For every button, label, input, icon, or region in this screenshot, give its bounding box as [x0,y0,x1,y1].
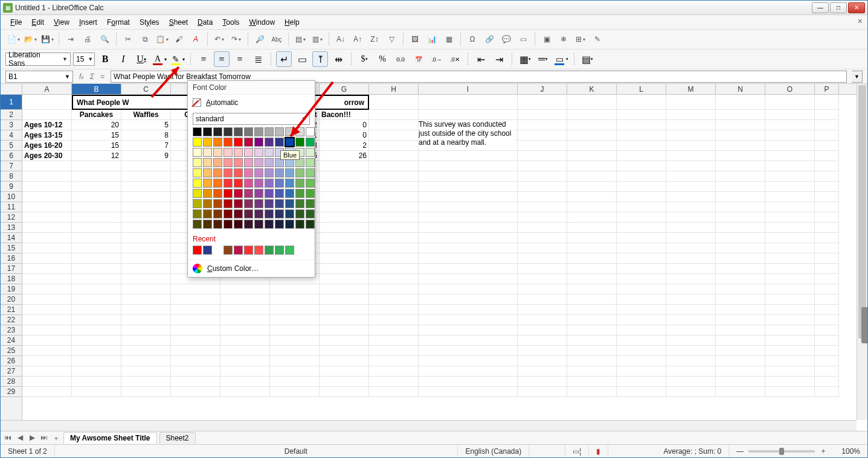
cell[interactable] [220,377,270,387]
cell[interactable] [617,284,666,294]
cell[interactable] [22,294,72,305]
cell[interactable] [121,212,171,223]
del-decimal-button[interactable]: .0✕ [447,51,463,67]
cell[interactable] [716,95,765,110]
color-swatch[interactable] [223,138,233,147]
add-sheet-icon[interactable]: ＋ [51,433,61,443]
cell[interactable] [765,182,815,192]
cell[interactable] [270,305,320,315]
row-header-29[interactable]: 29 [1,387,22,397]
cell[interactable] [369,336,419,346]
cell[interactable] [518,192,567,202]
wrap-text-button[interactable]: ↵ [276,51,292,67]
cell[interactable] [567,264,617,274]
cell[interactable] [765,233,815,243]
menu-format[interactable]: Format [102,17,135,28]
cell[interactable] [220,284,270,294]
color-swatch[interactable] [265,209,274,218]
maximize-button[interactable]: □ [830,2,847,13]
cell[interactable] [815,151,839,161]
cell[interactable] [419,264,518,274]
cell[interactable] [617,233,666,243]
status-insert-mode[interactable] [529,445,565,457]
color-swatch[interactable] [254,158,263,167]
cell[interactable] [815,336,839,346]
cell[interactable] [121,305,171,315]
cell[interactable] [567,366,617,377]
cell[interactable] [815,305,839,315]
cell[interactable] [72,171,121,182]
cell[interactable] [617,161,666,171]
spreadsheet-grid[interactable]: ABCDEFGHIJKLMNOP 12345678910111213141516… [1,84,867,431]
cell[interactable] [369,325,419,336]
redo-button[interactable]: ↷▾ [228,31,244,47]
cell[interactable] [171,366,220,377]
unmerge-button[interactable]: ⇹ [330,51,346,67]
cell[interactable] [220,356,270,366]
recent-color-swatch[interactable] [234,246,243,255]
cell[interactable] [765,274,815,284]
cell[interactable] [121,243,171,253]
cell[interactable] [567,120,617,130]
align-left-button[interactable]: ≡ [196,51,211,67]
color-swatch[interactable] [295,179,304,188]
cell[interactable] [518,161,567,171]
cell[interactable] [171,387,220,397]
row-header-28[interactable]: 28 [1,377,22,387]
spellcheck-button[interactable]: Abç [269,31,285,47]
cell[interactable] [419,233,518,243]
color-swatch[interactable] [193,179,202,188]
cell[interactable] [320,192,369,202]
cell[interactable] [666,305,716,315]
data-cell[interactable]: Ages 20-30 [22,151,72,161]
cell[interactable] [765,356,815,366]
color-swatch[interactable] [234,220,243,229]
cell[interactable] [220,346,270,356]
color-swatch[interactable] [265,158,274,167]
cell[interactable] [815,387,839,397]
cell[interactable] [270,325,320,336]
cell[interactable] [22,95,72,110]
color-swatch[interactable] [193,189,202,198]
cell[interactable] [765,284,815,294]
color-swatch[interactable] [223,148,233,157]
cell[interactable] [22,315,72,325]
color-swatch[interactable] [295,220,304,229]
header-pancakes[interactable]: Pancakes [72,110,121,120]
color-swatch[interactable] [244,209,253,218]
cell[interactable] [716,171,765,182]
select-all-corner[interactable] [1,84,22,95]
cell[interactable] [518,377,567,387]
color-swatch[interactable] [213,209,222,218]
color-swatch[interactable] [203,148,212,157]
color-swatch[interactable] [254,199,263,208]
cell[interactable] [320,387,369,397]
cell[interactable] [320,212,369,223]
row-header-12[interactable]: 12 [1,212,22,223]
data-cell[interactable]: 15 [72,130,121,141]
autofilter-button[interactable]: ▽ [384,31,399,47]
color-swatch[interactable] [254,209,263,218]
cell[interactable] [518,346,567,356]
define-range-button[interactable]: ▣ [539,31,555,47]
color-swatch[interactable] [306,168,315,177]
insert-pivot-button[interactable]: ▦ [441,31,457,47]
cell[interactable] [617,151,666,161]
cell[interactable] [171,325,220,336]
cell[interactable] [815,202,839,212]
cell[interactable] [121,253,171,264]
cell[interactable] [22,284,72,294]
cell[interactable] [121,161,171,171]
color-swatch[interactable] [306,209,315,218]
data-cell[interactable]: Ages 16-20 [22,141,72,151]
cell[interactable] [121,294,171,305]
tab-first-icon[interactable]: ⏮ [3,433,13,443]
italic-button[interactable]: I [115,51,131,67]
cell[interactable] [765,336,815,346]
cell[interactable] [765,223,815,233]
cell[interactable] [419,377,518,387]
cell[interactable] [22,212,72,223]
cell[interactable] [320,336,369,346]
cell[interactable] [72,377,121,387]
color-swatch[interactable] [203,138,212,147]
